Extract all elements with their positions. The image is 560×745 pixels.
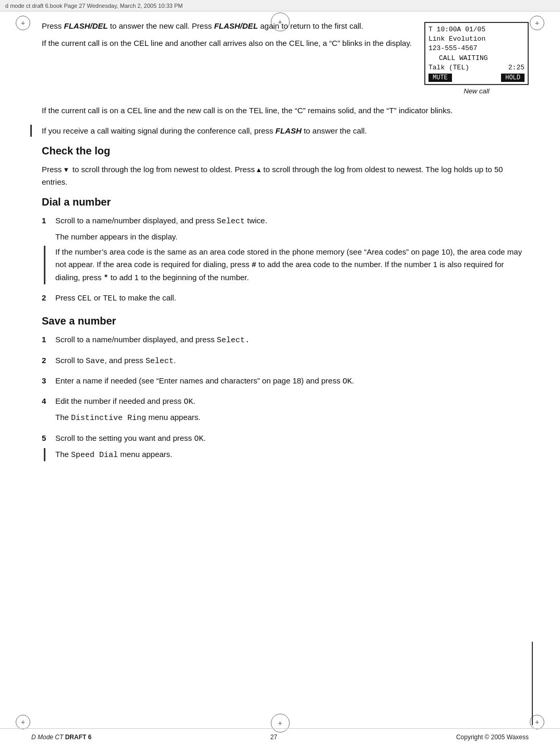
dial-step-1-sub1: The number appears in the display. bbox=[55, 231, 529, 243]
save-step-4-content: Edit the number if needed and press OK. … bbox=[55, 395, 529, 428]
display-row-5: Talk (TEL) 2:25 bbox=[428, 63, 525, 73]
intro-section: Press FLASH/DEL to answer the new call. … bbox=[42, 20, 529, 95]
tel-keyword: TEL bbox=[103, 294, 117, 303]
right-sidebar-indicator bbox=[532, 642, 533, 725]
dial-step-2-content: Press CEL or TEL to make the call. bbox=[55, 292, 529, 308]
sidebar-indicator-2 bbox=[44, 246, 45, 284]
distinctive-ring-keyword: Distinctive Ring bbox=[71, 414, 146, 423]
para-cel-tel: If the current call is on a CEL line and… bbox=[42, 104, 529, 116]
dial-step-2-main: Press CEL or TEL to make the call. bbox=[55, 292, 529, 305]
dial-step-1-content: Scroll to a name/number displayed, and p… bbox=[55, 214, 529, 287]
select-keyword-2: Select. bbox=[217, 336, 249, 345]
intro-text-block: Press FLASH/DEL to answer the new call. … bbox=[42, 20, 414, 95]
ok-keyword-1: OK bbox=[342, 377, 352, 386]
save-step-2-content: Scroll to Save, and press Select. bbox=[55, 354, 529, 370]
save-step-2-main: Scroll to Save, and press Select. bbox=[55, 354, 529, 367]
corner-mark-tr bbox=[530, 16, 544, 30]
display-talk: Talk (TEL) bbox=[428, 63, 469, 73]
select-keyword-1: Select bbox=[217, 217, 245, 226]
save-step-5-sub: The Speed Dial menu appears. bbox=[55, 448, 529, 461]
save-step-3-num: 3 bbox=[42, 375, 50, 391]
sidebar-indicator-1 bbox=[30, 125, 32, 137]
display-row-4: CALL WAITING bbox=[428, 54, 525, 63]
dial-step-1-sidebar: If the number’s area code is the same as… bbox=[55, 246, 529, 284]
save-step-5-main: Scroll to the setting you want and press… bbox=[55, 432, 529, 445]
hash-keyword: # bbox=[252, 261, 256, 270]
save-step-2-num: 2 bbox=[42, 354, 50, 370]
save-step-3-content: Enter a name if needed (see “Enter names… bbox=[55, 375, 529, 391]
save-keyword: Save bbox=[86, 357, 104, 366]
para-cel-line: If the current call is on the CEL line a… bbox=[42, 37, 414, 49]
dial-step-2: 2 Press CEL or TEL to make the call. bbox=[42, 292, 529, 308]
save-step-1-content: Scroll to a name/number displayed, and p… bbox=[55, 333, 529, 350]
dial-step-1: 1 Scroll to a name/number displayed, and… bbox=[42, 214, 529, 287]
cel-keyword: CEL bbox=[78, 294, 92, 303]
header-bar: d mode ct draft 6.book Page 27 Wednesday… bbox=[0, 0, 560, 11]
dial-step-2-num: 2 bbox=[42, 292, 50, 308]
phone-label: New call bbox=[424, 87, 529, 95]
speed-dial-keyword: Speed Dial bbox=[71, 451, 118, 460]
sidebar-indicator-3 bbox=[44, 448, 45, 461]
save-step-2: 2 Scroll to Save, and press Select. bbox=[42, 354, 529, 370]
save-step-5: 5 Scroll to the setting you want and pre… bbox=[42, 432, 529, 465]
corner-mark-bl bbox=[16, 715, 30, 729]
footer-left: D Mode CT DRAFT 6 bbox=[31, 734, 91, 741]
hold-button-display: HOLD bbox=[501, 74, 525, 82]
footer-copyright: Copyright © 2005 Waxess bbox=[456, 734, 529, 741]
save-step-5-num: 5 bbox=[42, 432, 50, 465]
footer-bar: D Mode CT DRAFT 6 27 Copyright © 2005 Wa… bbox=[0, 728, 560, 745]
footer-italic: D Mode CT bbox=[31, 734, 65, 741]
select-keyword-3: Select bbox=[146, 357, 174, 366]
save-step-3: 3 Enter a name if needed (see “Enter nam… bbox=[42, 375, 529, 391]
phone-display-wrapper: T 10:00A 01/05 Link Evolution 123-555-45… bbox=[424, 20, 529, 95]
dial-step-1-main: Scroll to a name/number displayed, and p… bbox=[55, 214, 529, 227]
dial-step-1-sub2: If the number’s area code is the same as… bbox=[55, 246, 529, 284]
footer-page-number: 27 bbox=[270, 734, 277, 741]
dial-number-section: Dial a number 1 Scroll to a name/number … bbox=[42, 196, 529, 308]
display-number: 123-555-4567 bbox=[428, 44, 478, 53]
star-keyword: * bbox=[104, 274, 109, 283]
flash-del-1: FLASH/DEL bbox=[64, 21, 108, 30]
flash-keyword: FLASH bbox=[276, 126, 302, 135]
save-number-list: 1 Scroll to a name/number displayed, and… bbox=[42, 333, 529, 464]
save-step-5-content: Scroll to the setting you want and press… bbox=[55, 432, 529, 465]
save-step-1-num: 1 bbox=[42, 333, 50, 350]
dial-step-1-num: 1 bbox=[42, 214, 50, 287]
save-step-3-main: Enter a name if needed (see “Enter names… bbox=[55, 375, 529, 388]
corner-mark-tl bbox=[16, 16, 30, 30]
save-step-5-sidebar: The Speed Dial menu appears. bbox=[55, 448, 529, 461]
header-text: d mode ct draft 6.book Page 27 Wednesday… bbox=[5, 3, 183, 9]
save-number-heading: Save a number bbox=[42, 315, 529, 327]
check-log-heading: Check the log bbox=[42, 145, 529, 157]
display-link: Link Evolution bbox=[428, 34, 485, 44]
save-step-1: 1 Scroll to a name/number displayed, and… bbox=[42, 333, 529, 350]
save-number-section: Save a number 1 Scroll to a name/number … bbox=[42, 315, 529, 464]
footer-bold: DRAFT 6 bbox=[65, 734, 92, 741]
check-log-section: Check the log Press ▾ to scroll through … bbox=[42, 145, 529, 188]
display-row-2: Link Evolution bbox=[428, 34, 525, 44]
display-time: T 10:00A 01/05 bbox=[428, 25, 485, 34]
display-row-3: 123-555-4567 bbox=[428, 44, 525, 53]
save-step-4-num: 4 bbox=[42, 395, 50, 428]
save-step-4-sub: The Distinctive Ring menu appears. bbox=[55, 411, 529, 424]
dial-number-heading: Dial a number bbox=[42, 196, 529, 208]
page-container: d mode ct draft 6.book Page 27 Wednesday… bbox=[0, 0, 560, 745]
ok-keyword-2: OK bbox=[184, 398, 193, 406]
mute-button-display: MUTE bbox=[428, 74, 452, 82]
phone-display: T 10:00A 01/05 Link Evolution 123-555-45… bbox=[424, 22, 529, 85]
save-step-4: 4 Edit the number if needed and press OK… bbox=[42, 395, 529, 428]
display-call-waiting: CALL WAITING bbox=[439, 54, 488, 63]
display-row-1: T 10:00A 01/05 bbox=[428, 25, 525, 34]
flash-del-2: FLASH/DEL bbox=[214, 21, 258, 30]
save-step-4-main: Edit the number if needed and press OK. bbox=[55, 395, 529, 408]
save-step-1-main: Scroll to a name/number displayed, and p… bbox=[55, 333, 529, 346]
para-flash-del: Press FLASH/DEL to answer the new call. … bbox=[42, 20, 414, 32]
display-btn-row: MUTE HOLD bbox=[428, 74, 525, 82]
sidebar-block-1: If you receive a call waiting signal dur… bbox=[42, 125, 529, 137]
content-area: Press FLASH/DEL to answer the new call. … bbox=[42, 15, 529, 725]
check-log-para: Press ▾ to scroll through the log from n… bbox=[42, 163, 529, 188]
display-time-counter: 2:25 bbox=[508, 63, 525, 73]
dial-number-list: 1 Scroll to a name/number displayed, and… bbox=[42, 214, 529, 308]
ok-keyword-3: OK bbox=[194, 435, 204, 443]
para-flash-conference: If you receive a call waiting signal dur… bbox=[42, 125, 529, 137]
